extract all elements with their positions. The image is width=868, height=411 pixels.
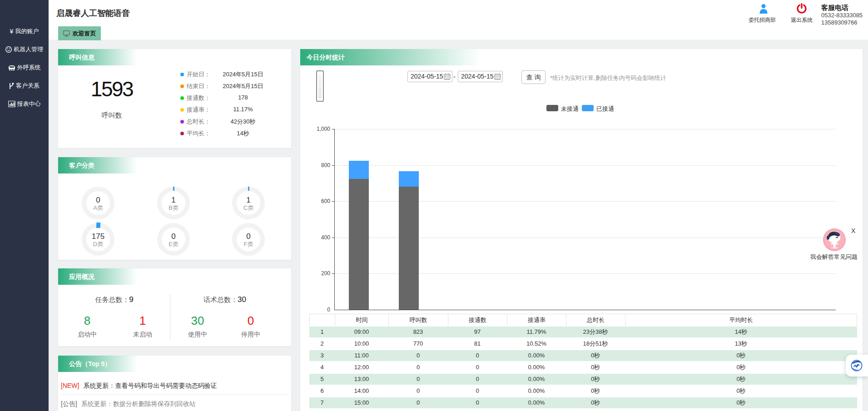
svg-text:YXSHB: YXSHB bbox=[831, 247, 838, 249]
